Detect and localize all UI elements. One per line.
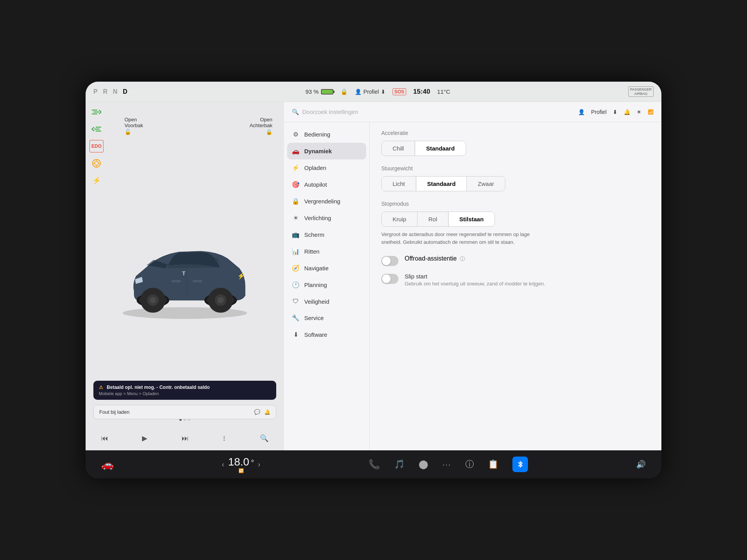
voorbak-label[interactable]: Open Voorbak 🔓	[124, 117, 143, 135]
achterbak-label[interactable]: Open Achterbak 🔒	[249, 117, 272, 135]
offroad-info-icon[interactable]: ⓘ	[460, 256, 465, 262]
gear-d[interactable]: D	[123, 88, 128, 95]
message-icon[interactable]: 💬	[254, 409, 260, 415]
menu-label-software: Software	[304, 331, 327, 338]
tire-icon	[89, 157, 103, 170]
menu-item-dynamiek[interactable]: 🚗 Dynamiek	[287, 143, 366, 159]
svg-rect-19	[193, 280, 202, 282]
menu-item-bediening[interactable]: ⚙ Bediening	[284, 126, 369, 143]
svg-line-9	[92, 129, 94, 131]
stuurgewicht-zwaar-button[interactable]: Zwaar	[467, 177, 505, 191]
stuurgewicht-button-group: Licht Standaard Zwaar	[381, 176, 505, 191]
bluetooth-button-taskbar[interactable]	[512, 457, 528, 472]
play-button[interactable]: ▶	[142, 434, 147, 443]
offroad-toggle[interactable]	[381, 256, 398, 266]
stopmodus-title: Stopmodus	[381, 201, 650, 207]
menu-item-veiligheid[interactable]: 🛡 Veiligheid	[284, 293, 369, 310]
battery-percent: 93 %	[305, 88, 319, 95]
error-banner: Fout bij laden 💬 🔔	[93, 405, 276, 419]
download-icon-status: ⬇	[381, 89, 386, 95]
taskbar-center: 📞 🎵 ⬤ ··· ⓘ 📋	[368, 457, 528, 472]
menu-label-planning: Planning	[304, 282, 327, 288]
menu-item-software[interactable]: ⬇ Software	[284, 326, 369, 343]
bell-icon[interactable]: 🔔	[264, 409, 270, 415]
temp-display-taskbar: 18.0 ° 🔁	[228, 456, 254, 473]
stuurgewicht-section: Stuurgewicht Licht Standaard Zwaar	[381, 165, 650, 191]
stuurgewicht-standaard-button[interactable]: Standaard	[416, 177, 467, 191]
stuurgewicht-title: Stuurgewicht	[381, 165, 650, 172]
car-svg: T ⚡	[111, 233, 259, 319]
verlichting-icon: ☀	[292, 214, 300, 222]
acceleratie-section: Acceleratie Chill Standaard	[381, 130, 650, 156]
battery-info: 93 %	[305, 88, 333, 95]
taskbar-left: 🚗	[101, 458, 114, 471]
menu-item-navigatie[interactable]: 🧭 Navigatie	[284, 260, 369, 276]
search-media-button[interactable]: 🔍	[260, 434, 268, 443]
phone-icon-taskbar[interactable]: 📞	[368, 459, 380, 470]
temp-control-area: ‹ 18.0 ° 🔁 ›	[222, 456, 260, 473]
temp-prev-button[interactable]: ‹	[222, 460, 224, 469]
stopmodus-button-group: Kruip Rol Stilstaan	[381, 212, 495, 227]
scherm-icon: 📺	[292, 231, 300, 238]
service-icon: 🔧	[292, 314, 300, 322]
stopmodus-kruip-button[interactable]: Kruip	[382, 212, 417, 226]
prev-track-button[interactable]: ⏮	[101, 434, 108, 443]
menu-label-opladen: Opladen	[304, 164, 326, 171]
offroad-toggle-row: Offroad-assistentie ⓘ	[381, 255, 650, 266]
menu-label-veiligheid: Veiligheid	[304, 298, 329, 305]
next-track-button[interactable]: ⏭	[182, 434, 189, 443]
menu-item-scherm[interactable]: 📺 Scherm	[284, 226, 369, 243]
status-center: 93 % 🔒 👤 Profiel ⬇ SOS 15:40 11°C	[127, 88, 628, 96]
info-icon-taskbar[interactable]: ⓘ	[465, 458, 474, 470]
volume-icon-taskbar[interactable]: 🔊	[636, 460, 646, 469]
menu-item-planning[interactable]: 🕐 Planning	[284, 276, 369, 293]
equalizer-icon[interactable]: ⫶	[223, 434, 226, 443]
menu-item-verlichting[interactable]: ☀ Verlichting	[284, 210, 369, 226]
temp-unit: °	[251, 458, 254, 467]
stopmodus-stilstaan-button[interactable]: Stilstaan	[449, 212, 495, 226]
gear-n[interactable]: N	[113, 88, 117, 95]
settings-body: ⚙ Bediening 🚗 Dynamiek ⚡ Opladen 🎯	[284, 122, 661, 450]
right-panel: 🔍 Doorzoek instellingen 👤 Profiel ⬇ 🔔 ☀ …	[284, 102, 661, 450]
stopmodus-rol-button[interactable]: Rol	[417, 212, 449, 226]
camera-icon-taskbar[interactable]: ⬤	[419, 459, 428, 469]
lights-icon[interactable]	[89, 106, 103, 118]
svg-text:T: T	[182, 270, 186, 276]
menu-item-service[interactable]: 🔧 Service	[284, 310, 369, 326]
svg-text:⚡: ⚡	[237, 272, 245, 280]
stuurgewicht-licht-button[interactable]: Licht	[382, 177, 416, 191]
gear-selector: P R N D	[93, 88, 127, 95]
notes-icon-taskbar[interactable]: 📋	[488, 459, 498, 469]
dots-menu-taskbar[interactable]: ···	[442, 460, 451, 469]
menu-item-autopilot[interactable]: 🎯 Autopilot	[284, 176, 369, 193]
search-input-area[interactable]: 🔍 Doorzoek instellingen	[292, 108, 572, 116]
menu-label-vergrendeling: Vergrendeling	[304, 198, 340, 205]
taskbar: 🚗 ‹ 18.0 ° 🔁 › 📞 🎵 ⬤ ··· ⓘ 📋	[86, 450, 661, 478]
menu-item-opladen[interactable]: ⚡ Opladen	[284, 159, 369, 176]
acceleratie-standaard-button[interactable]: Standaard	[415, 141, 465, 156]
autopilot-icon: 🎯	[292, 181, 300, 188]
menu-item-vergrendeling[interactable]: 🔒 Vergrendeling	[284, 193, 369, 210]
media-controls: ⏮ ▶ ⏭ ⫶ 🔍	[93, 434, 276, 443]
gear-r[interactable]: R	[103, 88, 108, 95]
profile-button[interactable]: 👤 Profiel ⬇	[355, 89, 386, 95]
slip-start-toggle-row: Slip start Gebruik om het voertuig uit s…	[381, 273, 650, 287]
menu-item-ritten[interactable]: 📊 Ritten	[284, 243, 369, 260]
bediening-icon: ⚙	[292, 131, 300, 138]
temp-next-button[interactable]: ›	[258, 460, 260, 469]
slip-start-toggle[interactable]	[381, 274, 398, 284]
acceleratie-chill-button[interactable]: Chill	[382, 141, 415, 156]
menu-label-service: Service	[304, 315, 324, 321]
slip-start-label-area: Slip start Gebruik om het voertuig uit s…	[405, 273, 545, 287]
status-bar: P R N D 93 % 🔒 👤 Profiel ⬇ SOS 15:40	[86, 82, 661, 102]
car-home-icon[interactable]: 🚗	[101, 458, 114, 471]
veiligheid-icon: 🛡	[292, 298, 300, 305]
main-screen: P R N D 93 % 🔒 👤 Profiel ⬇ SOS 15:40	[86, 82, 661, 478]
slip-start-description: Gebruik om het voertuig uit sneeuw, zand…	[405, 281, 545, 287]
rear-lights-icon[interactable]	[89, 123, 103, 135]
temp-value: 18.0	[228, 456, 249, 468]
music-icon-taskbar[interactable]: 🎵	[394, 459, 405, 469]
menu-label-bediening: Bediening	[304, 131, 330, 138]
menu-label-verlichting: Verlichting	[304, 215, 331, 221]
gear-p[interactable]: P	[93, 88, 98, 95]
